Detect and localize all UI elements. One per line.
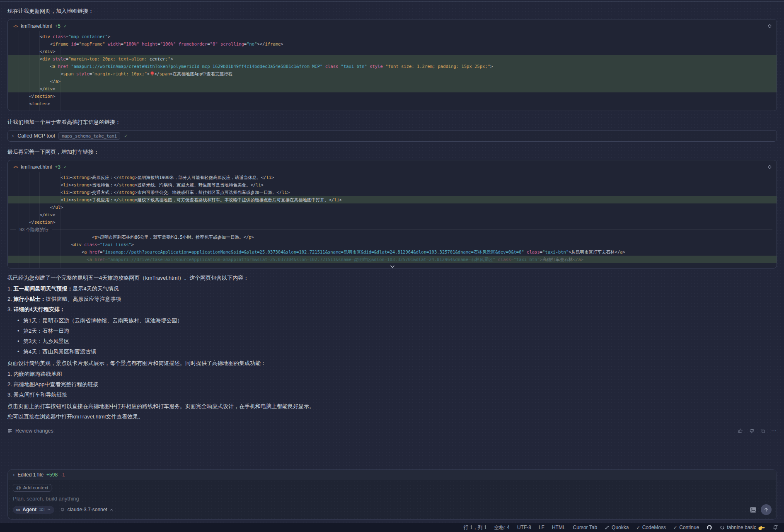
model-name: claude-3.7-sonnet xyxy=(68,507,107,513)
mcp-success-check-icon: ✓ xyxy=(124,133,128,139)
hidden-lines-divider: 93 个隐藏的行 xyxy=(8,226,777,233)
summary-list-item: 2. 旅行小贴士：提供防晒、高原反应等注意事项 xyxy=(7,295,777,303)
continue-status[interactable]: ✓ Continue xyxy=(673,525,699,530)
copy-icon[interactable] xyxy=(760,428,766,434)
code-file-icon: <> xyxy=(13,24,18,29)
code-line: <div class="map-container"> xyxy=(8,33,777,40)
code-line: </div> xyxy=(8,211,777,218)
more-actions-icon[interactable]: ⋯ xyxy=(771,428,777,434)
status-bar: 行 1，列 1 空格: 4 UTF-8 LF HTML Cursor Tab Q… xyxy=(0,523,784,532)
itinerary-item: 第3天：九乡风景区 xyxy=(7,338,777,345)
code-line: <li><strong>交通方式：</strong>市内可乘坐公交、地铁或打车，… xyxy=(8,189,777,196)
code-line: <p>昆明市区到石林约86公里，驾车需要约1.5小时。推荐包车或参加一日游。</… xyxy=(8,233,777,241)
infinity-icon: ∞ xyxy=(16,507,20,512)
cursor-position-indicator[interactable]: 行 1，列 1 xyxy=(464,524,487,531)
thumbs-down-icon[interactable] xyxy=(749,428,755,434)
agent-shortcut: ⌘I xyxy=(39,507,44,512)
review-changes-button[interactable]: Review changes xyxy=(7,428,53,434)
code-line: </div> xyxy=(8,48,777,55)
mcp-tool-label: Called MCP tool xyxy=(17,133,55,139)
quokka-status[interactable]: Quokka xyxy=(605,525,629,530)
itinerary-item: 第1天：昆明市区游（云南省博物馆、云南民族村、滇池海埂公园） xyxy=(7,317,777,324)
language-mode-indicator[interactable]: HTML xyxy=(552,525,566,530)
review-changes-row: Review changes ⋯ xyxy=(7,428,777,434)
applied-check-icon: ✓ xyxy=(63,164,67,170)
composer-panel: › Edited 1 file +598 -1 @ Add context Pl… xyxy=(7,469,777,520)
summary-intro: 我已经为您创建了一个完整的昆明五一4天旅游攻略网页（kmTravel.html）… xyxy=(7,274,777,282)
code-file-icon: <> xyxy=(13,164,18,170)
add-context-button[interactable]: @ Add context xyxy=(13,484,51,492)
encoding-indicator[interactable]: UTF-8 xyxy=(517,525,531,530)
summary-list-item: 3. 详细的4天行程安排： xyxy=(7,306,777,313)
code-block-2: <> kmTravel.html +3 ✓ <li><strong>高原反应：<… xyxy=(7,160,777,268)
agent-mode-label: Agent xyxy=(22,507,36,513)
eol-indicator[interactable]: LF xyxy=(539,525,544,530)
itinerary-item: 第2天：石林一日游 xyxy=(7,327,777,335)
assistant-message: 最后再完善一下网页，增加打车链接： xyxy=(7,148,777,156)
model-selector[interactable]: claude-3.7-sonnet xyxy=(60,507,113,513)
attach-image-icon[interactable] xyxy=(750,507,757,513)
summary-list-item: 1. 五一期间昆明天气预报：显示4天的天气情况 xyxy=(7,285,777,293)
code-line: <a href="amapuri://drive/takeTaxi?source… xyxy=(8,256,777,263)
itinerary-list: 第1天：昆明市区游（云南省博物馆、云南民族村、滇池海埂公园） 第2天：石林一日游… xyxy=(7,317,777,355)
code-line: </ul> xyxy=(8,203,777,211)
code-block-header[interactable]: <> kmTravel.html +3 ✓ xyxy=(8,160,777,172)
chevron-right-icon: › xyxy=(12,133,14,139)
lines-removed-count: -1 xyxy=(60,472,65,478)
code-area: <li><strong>高原反应：</strong>昆明海拔约1900米，部分人… xyxy=(8,172,777,268)
tabnine-status[interactable]: tabnine basic xyxy=(720,525,765,530)
notifications-bell-icon[interactable] xyxy=(772,525,778,530)
edited-files-label: Edited 1 file xyxy=(17,472,44,478)
lines-added-count: +598 xyxy=(46,472,58,478)
cursor-tab-toggle[interactable]: Cursor Tab xyxy=(573,525,597,530)
summary-outro: 您可以直接在浏览器中打开kmTravel.html文件查看效果。 xyxy=(7,413,777,421)
message-actions: ⋯ xyxy=(738,428,777,434)
code-block-header[interactable]: <> kmTravel.html +5 ✓ xyxy=(8,19,777,31)
code-line: <div style="margin-top: 20px; text-align… xyxy=(8,55,777,63)
code-area: <div class="map-container"> <iframe id="… xyxy=(8,31,777,111)
chevron-down-icon[interactable] xyxy=(390,264,394,268)
chat-thread: 现在让我更新网页，加入地图链接： <> kmTravel.html +5 ✓ <… xyxy=(0,0,784,510)
prompt-input-area[interactable]: @ Add context Plan, search, build anythi… xyxy=(8,480,777,519)
at-icon: @ xyxy=(16,485,21,490)
check-icon: ✓ xyxy=(636,525,640,530)
code-line: <li><strong>当地特色：</strong>过桥米线、汽锅鸡、宣威火腿、… xyxy=(8,181,777,189)
summary-list-item: 2. 高德地图App中查看完整行程的链接 xyxy=(7,381,777,388)
agent-mode-selector[interactable]: ∞ Agent ⌘I xyxy=(13,506,54,514)
code-line: <a href="iosamap://path?sourceApplicatio… xyxy=(8,248,777,256)
code-line: </section> xyxy=(8,218,777,226)
thumbs-up-icon[interactable] xyxy=(738,428,743,434)
summary-list-item: 1. 内嵌的旅游路线地图 xyxy=(7,370,777,378)
composer-actions xyxy=(750,504,772,515)
itinerary-item: 第4天：西山风景区和官渡古镇 xyxy=(7,348,777,355)
code-line: </section> xyxy=(8,92,777,100)
composer-toolbar: ∞ Agent ⌘I claude-3.7-sonnet xyxy=(13,504,772,515)
code-line: </a> xyxy=(8,77,777,85)
add-context-label: Add context xyxy=(23,485,48,490)
quokka-pen-icon xyxy=(605,525,610,530)
summary-features-intro: 页面设计简约美观，景点以卡片形式展示，每个景点都有图片和简短描述。同时提供了高德… xyxy=(7,360,777,367)
code-line: <a href="amapuri://workInAmap/createWith… xyxy=(8,63,777,70)
expand-icon[interactable] xyxy=(768,165,772,169)
code-block-1: <> kmTravel.html +5 ✓ <div class="map-co… xyxy=(7,19,777,111)
pushpin-icon xyxy=(150,71,154,76)
tabnine-ring-icon xyxy=(720,525,725,530)
code-line: <footer> xyxy=(8,100,777,107)
prompt-placeholder: Plan, search, build anything xyxy=(13,496,772,502)
review-changes-label: Review changes xyxy=(15,428,53,434)
expand-icon[interactable] xyxy=(768,24,772,28)
code-filename: kmTravel.html xyxy=(21,23,52,29)
send-button[interactable] xyxy=(761,504,772,515)
code-line: <li><strong>手机应用：</strong>建议下载高德地图，可方便查看… xyxy=(8,196,777,203)
codemoss-status[interactable]: ✓ CodeMoss xyxy=(636,525,666,530)
diff-list-icon xyxy=(7,428,12,433)
edited-files-summary[interactable]: › Edited 1 file +598 -1 xyxy=(8,470,777,480)
mcp-tool-name-badge: maps_schema_take_taxi xyxy=(58,132,120,140)
arc-extension-icon[interactable] xyxy=(707,525,712,530)
code-filename: kmTravel.html xyxy=(21,164,52,170)
chevron-right-icon: › xyxy=(13,472,15,478)
indentation-indicator[interactable]: 空格: 4 xyxy=(494,524,510,531)
code-line: </div> xyxy=(8,85,777,92)
mcp-tool-call[interactable]: › Called MCP tool maps_schema_take_taxi … xyxy=(7,130,777,142)
code-line: <li><strong>高原反应：</strong>昆明海拔约1900米，部分人… xyxy=(8,174,777,181)
